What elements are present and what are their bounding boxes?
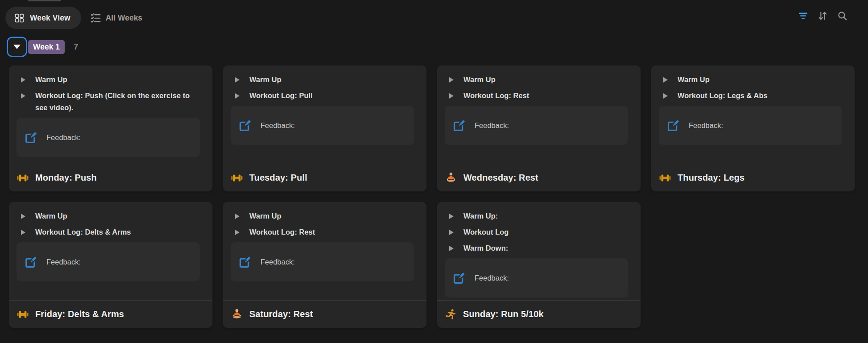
toggle-block[interactable]: Warm Up bbox=[437, 74, 641, 86]
tab-all-weeks[interactable]: All Weeks bbox=[91, 7, 142, 29]
toggle-label: Workout Log: Pull bbox=[249, 90, 313, 102]
toolbar-actions bbox=[798, 11, 847, 21]
toggle-arrow-icon[interactable] bbox=[235, 226, 249, 235]
toggle-arrow-icon[interactable] bbox=[449, 90, 463, 99]
card-title-row[interactable]: Tuesday: Pull bbox=[223, 164, 426, 191]
day-card[interactable]: Warm UpWorkout Log: RestFeedback: Wednes… bbox=[437, 66, 641, 191]
group-count: 7 bbox=[74, 42, 79, 52]
sort-icon[interactable] bbox=[818, 11, 828, 21]
toggle-label: Warm Up: bbox=[463, 210, 498, 222]
lotus-person-icon bbox=[445, 172, 457, 184]
toggle-label: Warm Up bbox=[35, 210, 67, 222]
tab-all-weeks-label: All Weeks bbox=[106, 13, 142, 23]
toggle-arrow-icon[interactable] bbox=[663, 74, 678, 83]
day-card[interactable]: Warm UpWorkout Log: Legs & AbsFeedback: … bbox=[651, 66, 855, 191]
toggle-arrow-icon[interactable] bbox=[449, 210, 463, 219]
dumbbell-icon bbox=[17, 310, 29, 319]
toggle-block[interactable]: Workout Log bbox=[437, 226, 641, 238]
card-title: Friday: Delts & Arms bbox=[35, 309, 124, 319]
toggle-label: Workout Log: Delts & Arms bbox=[35, 226, 131, 238]
toggle-label: Workout Log: Legs & Abs bbox=[678, 90, 768, 102]
toggle-arrow-icon[interactable] bbox=[235, 90, 249, 99]
feedback-block[interactable]: Feedback: bbox=[659, 106, 842, 145]
toggle-block[interactable]: Workout Log: Rest bbox=[223, 226, 426, 238]
filter-icon[interactable] bbox=[798, 11, 808, 21]
card-title: Saturday: Rest bbox=[249, 309, 313, 319]
runner-icon bbox=[445, 309, 456, 320]
group-badge[interactable]: Week 1 bbox=[28, 40, 65, 54]
edit-icon bbox=[25, 131, 37, 144]
group-collapse-button[interactable] bbox=[8, 38, 26, 56]
toggle-block[interactable]: Workout Log: Delts & Arms bbox=[9, 226, 212, 238]
toggle-block[interactable]: Workout Log: Push (Click on the exercise… bbox=[9, 90, 212, 114]
toggle-arrow-icon[interactable] bbox=[21, 210, 35, 219]
toggle-block[interactable]: Workout Log: Rest bbox=[437, 90, 641, 102]
search-icon[interactable] bbox=[837, 11, 847, 21]
toggle-label: Warm Up bbox=[678, 74, 710, 86]
card-title: Tuesday: Pull bbox=[249, 173, 307, 183]
toggle-label: Workout Log: Rest bbox=[249, 226, 315, 238]
card-title: Wednesday: Rest bbox=[463, 173, 538, 183]
card-title-row[interactable]: Wednesday: Rest bbox=[437, 164, 641, 191]
toggle-block[interactable]: Warm Down: bbox=[437, 242, 641, 254]
dumbbell-icon bbox=[231, 174, 243, 182]
gallery-view-icon bbox=[15, 13, 24, 23]
edit-icon bbox=[453, 119, 466, 132]
cards-grid: Warm UpWorkout Log: Push (Click on the e… bbox=[9, 66, 855, 328]
tab-week-view[interactable]: Week View bbox=[5, 7, 81, 29]
toggle-arrow-icon[interactable] bbox=[663, 90, 678, 99]
toggle-arrow-icon[interactable] bbox=[21, 226, 35, 235]
day-card[interactable]: Warm UpWorkout Log: RestFeedback: Saturd… bbox=[223, 202, 426, 328]
toggle-label: Workout Log: Rest bbox=[463, 90, 529, 102]
feedback-label: Feedback: bbox=[46, 133, 81, 142]
toggle-block[interactable]: Workout Log: Pull bbox=[223, 90, 426, 102]
card-title-row[interactable]: Saturday: Rest bbox=[223, 300, 426, 328]
card-title: Sunday: Run 5/10k bbox=[463, 309, 544, 319]
toggle-arrow-icon[interactable] bbox=[235, 210, 249, 219]
card-title: Monday: Push bbox=[35, 173, 97, 183]
day-card[interactable]: Warm UpWorkout Log: Push (Click on the e… bbox=[9, 66, 212, 191]
feedback-block[interactable]: Feedback: bbox=[231, 106, 414, 145]
feedback-block[interactable]: Feedback: bbox=[17, 118, 200, 157]
toggle-arrow-icon[interactable] bbox=[21, 90, 35, 99]
toggle-arrow-icon[interactable] bbox=[21, 74, 35, 83]
edit-icon bbox=[239, 256, 252, 269]
feedback-label: Feedback: bbox=[475, 121, 509, 130]
feedback-block[interactable]: Feedback: bbox=[445, 106, 628, 145]
view-toolbar: Week View All Weeks bbox=[5, 7, 142, 29]
edit-icon bbox=[239, 119, 252, 132]
card-title-row[interactable]: Monday: Push bbox=[9, 164, 212, 191]
card-title-row[interactable]: Thursday: Legs bbox=[651, 164, 855, 191]
toggle-block[interactable]: Warm Up bbox=[223, 210, 426, 222]
feedback-block[interactable]: Feedback: bbox=[17, 242, 200, 281]
toggle-label: Warm Up bbox=[249, 210, 281, 222]
card-preview: Warm UpWorkout Log: Push (Click on the e… bbox=[9, 66, 212, 164]
toggle-label: Warm Up bbox=[463, 74, 496, 86]
card-title-row[interactable]: Sunday: Run 5/10k bbox=[437, 300, 641, 328]
card-preview: Warm UpWorkout Log: RestFeedback: bbox=[223, 202, 426, 300]
toggle-label: Warm Up bbox=[249, 74, 281, 86]
group-header: Week 1 7 bbox=[8, 38, 79, 56]
toggle-block[interactable]: Workout Log: Legs & Abs bbox=[651, 90, 855, 102]
toggle-block[interactable]: Warm Up bbox=[9, 210, 212, 222]
toggle-block[interactable]: Warm Up bbox=[651, 74, 855, 86]
day-card[interactable]: Warm Up:Workout LogWarm Down:Feedback: S… bbox=[437, 202, 641, 328]
toggle-block[interactable]: Warm Up bbox=[223, 74, 426, 86]
feedback-block[interactable]: Feedback: bbox=[445, 258, 628, 298]
toggle-block[interactable]: Warm Up: bbox=[437, 210, 641, 222]
feedback-block[interactable]: Feedback: bbox=[231, 242, 414, 281]
day-card[interactable]: Warm UpWorkout Log: Delts & ArmsFeedback… bbox=[9, 202, 212, 328]
toggle-label: Workout Log: Push (Click on the exercise… bbox=[35, 90, 196, 114]
toggle-arrow-icon[interactable] bbox=[235, 74, 249, 83]
toggle-arrow-icon[interactable] bbox=[449, 226, 463, 235]
feedback-label: Feedback: bbox=[260, 121, 295, 130]
day-card[interactable]: Warm UpWorkout Log: PullFeedback: Tuesda… bbox=[223, 66, 426, 191]
card-title-row[interactable]: Friday: Delts & Arms bbox=[9, 300, 212, 328]
toggle-arrow-icon[interactable] bbox=[449, 74, 463, 83]
top-divider-line bbox=[28, 0, 61, 1]
toggle-arrow-icon[interactable] bbox=[449, 242, 463, 251]
dumbbell-icon bbox=[17, 174, 29, 182]
lotus-person-icon bbox=[231, 309, 243, 320]
toggle-block[interactable]: Warm Up bbox=[9, 74, 212, 86]
card-preview: Warm UpWorkout Log: RestFeedback: bbox=[437, 66, 641, 164]
